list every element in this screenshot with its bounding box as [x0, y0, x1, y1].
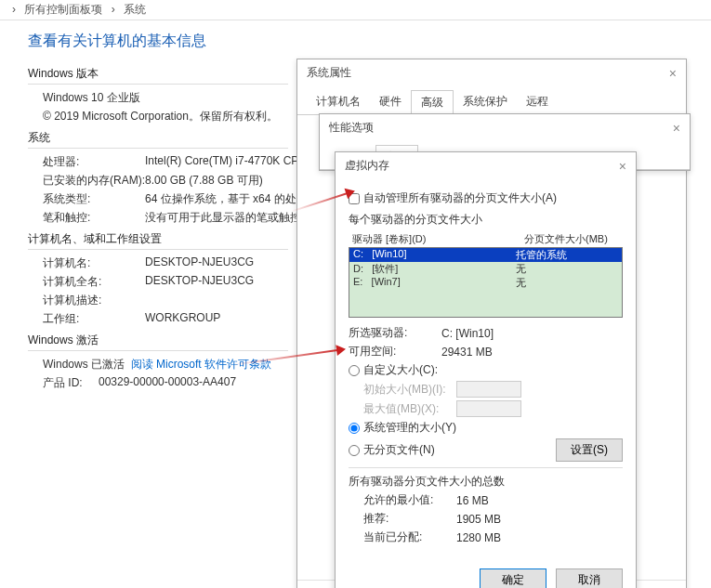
- selected-drive-value: C: [Win10]: [441, 327, 494, 340]
- drive-row[interactable]: D: [软件] 无: [349, 262, 622, 276]
- breadcrumb-item[interactable]: 系统: [124, 3, 146, 16]
- type-value: 64 位操作系统，基于 x64 的处理器: [145, 191, 319, 207]
- dialog-title: 系统属性: [307, 65, 351, 81]
- rec-label: 推荐:: [363, 511, 456, 527]
- sysprops-tabs: 计算机名 硬件 高级 系统保护 远程: [297, 90, 686, 115]
- drive-size: 托管的系统: [516, 248, 618, 262]
- pen-value: 没有可用于此显示器的笔或触控输: [145, 210, 312, 226]
- virtual-memory-dialog: 虚拟内存 × 自动管理所有驱动器的分页文件大小(A) 每个驱动器的分页文件大小 …: [335, 151, 637, 588]
- custom-size-label: 自定义大小(C):: [363, 362, 438, 378]
- drive-letter: C:: [353, 248, 363, 259]
- computer-desc-label: 计算机描述:: [43, 293, 145, 308]
- breadcrumb-sep: ›: [112, 3, 115, 16]
- section-header-system: 系统: [28, 130, 288, 149]
- cur-value: 1280 MB: [456, 531, 501, 544]
- per-drive-label: 每个驱动器的分页文件大小: [349, 212, 623, 228]
- close-icon[interactable]: ×: [673, 121, 680, 136]
- pen-label: 笔和触控:: [43, 210, 145, 226]
- dialog-title: 性能选项: [329, 120, 374, 136]
- set-button[interactable]: 设置(S): [556, 438, 623, 462]
- tab-hardware[interactable]: 硬件: [370, 90, 411, 114]
- system-managed-label: 系统管理的大小(Y): [363, 420, 456, 436]
- breadcrumb: › 所有控制面板项 › 系统: [0, 0, 711, 20]
- product-id-value: 00329-00000-00003-AA407: [99, 375, 236, 391]
- drive-row[interactable]: E: [Win7] 无: [349, 276, 622, 290]
- win-copyright: © 2019 Microsoft Corporation。保留所有权利。: [43, 109, 278, 124]
- system-managed-radio[interactable]: [349, 423, 360, 434]
- drive-row[interactable]: C: [Win10] 托管的系统: [349, 248, 622, 262]
- cur-label: 当前已分配:: [363, 529, 456, 545]
- computer-name-label: 计算机名:: [43, 255, 145, 271]
- cpu-label: 处理器:: [43, 154, 145, 170]
- totals-header: 所有驱动器分页文件大小的总数: [349, 474, 623, 490]
- dialog-title: 虚拟内存: [345, 158, 389, 174]
- drive-letter: D:: [353, 263, 363, 274]
- activation-status: Windows 已激活: [43, 357, 125, 372]
- drive-label: [Win10]: [372, 248, 406, 259]
- ram-value: 8.00 GB (7.88 GB 可用): [145, 173, 263, 189]
- cpu-value: Intel(R) Core(TM) i7-4770K CPU: [145, 154, 307, 170]
- selected-drive-label: 所选驱动器:: [349, 325, 441, 341]
- auto-manage-label: 自动管理所有驱动器的分页文件大小(A): [363, 190, 557, 206]
- vm-ok-button[interactable]: 确定: [480, 568, 546, 588]
- tab-remote[interactable]: 远程: [517, 90, 558, 114]
- min-label: 允许的最小值:: [363, 492, 456, 508]
- drive-size: 无: [516, 262, 618, 276]
- no-paging-label: 无分页文件(N): [363, 442, 435, 458]
- close-icon[interactable]: ×: [619, 159, 626, 174]
- product-id-label: 产品 ID:: [43, 375, 99, 391]
- min-value: 16 MB: [456, 494, 489, 507]
- section-header-winver: Windows 版本: [28, 66, 288, 85]
- drive-list[interactable]: C: [Win10] 托管的系统 D: [软件] 无 E: [Win7] 无: [349, 247, 623, 318]
- drive-letter: E:: [353, 276, 362, 287]
- initial-size-label: 初始大小(MB)(I):: [363, 382, 456, 398]
- computer-fullname-value: DESKTOP-NJEU3CG: [145, 274, 254, 290]
- tab-advanced[interactable]: 高级: [411, 90, 454, 115]
- computer-fullname-label: 计算机全名:: [43, 274, 145, 290]
- vm-cancel-button[interactable]: 取消: [556, 568, 623, 588]
- max-size-label: 最大值(MB)(X):: [363, 401, 456, 417]
- close-icon[interactable]: ×: [669, 66, 677, 81]
- section-header-activation: Windows 激活: [28, 333, 288, 351]
- type-label: 系统类型:: [43, 191, 145, 207]
- auto-manage-checkbox[interactable]: [349, 193, 360, 204]
- no-paging-radio[interactable]: [349, 445, 360, 456]
- section-header-computer: 计算机名、域和工作组设置: [28, 231, 288, 250]
- avail-space-label: 可用空间:: [349, 344, 441, 359]
- size-col-header: 分页文件大小(MB): [520, 231, 623, 247]
- drive-label: [软件]: [372, 263, 398, 274]
- drive-col-header: 驱动器 [卷标](D): [349, 231, 520, 247]
- win-edition: Windows 10 企业版: [43, 90, 140, 106]
- page-title: 查看有关计算机的基本信息: [0, 20, 711, 60]
- tab-computername[interactable]: 计算机名: [307, 90, 370, 114]
- drive-label: [Win7]: [372, 276, 401, 287]
- avail-space-value: 29431 MB: [441, 346, 493, 359]
- rec-value: 1905 MB: [456, 513, 501, 526]
- workgroup-value: WORKGROUP: [145, 311, 220, 327]
- ram-label: 已安装的内存(RAM):: [43, 173, 145, 189]
- computer-name-value: DESKTOP-NJEU3CG: [145, 255, 254, 271]
- tab-protection[interactable]: 系统保护: [454, 90, 517, 114]
- license-terms-link[interactable]: 阅读 Microsoft 软件许可条款: [131, 357, 271, 372]
- max-size-input[interactable]: [456, 400, 521, 417]
- breadcrumb-sep: ›: [12, 3, 16, 16]
- drive-size: 无: [516, 276, 618, 290]
- custom-size-radio[interactable]: [349, 365, 360, 376]
- workgroup-label: 工作组:: [43, 311, 145, 327]
- initial-size-input[interactable]: [456, 381, 521, 398]
- breadcrumb-item[interactable]: 所有控制面板项: [24, 3, 102, 16]
